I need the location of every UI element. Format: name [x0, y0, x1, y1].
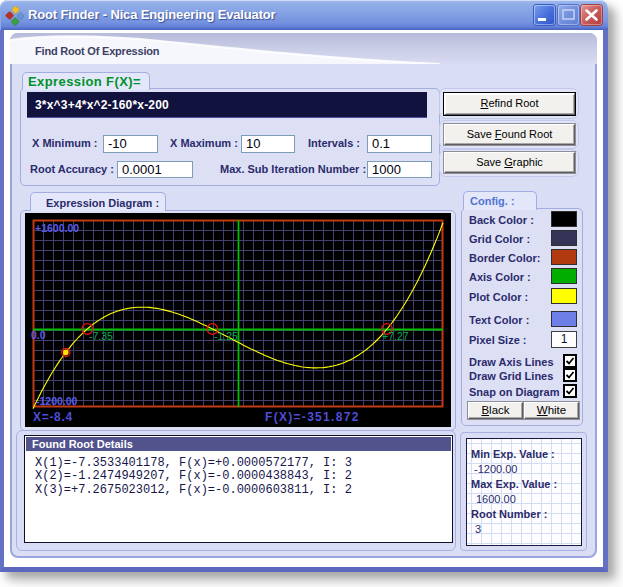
svg-text:X=-8.4: X=-8.4 [33, 410, 73, 424]
svg-text:-1.25: -1.25 [214, 330, 238, 342]
svg-text:F(X)=-351.872: F(X)=-351.872 [265, 410, 360, 424]
svg-text:+7.27: +7.27 [382, 330, 409, 342]
svg-text:0.0: 0.0 [31, 329, 46, 341]
svg-text:-7.35: -7.35 [89, 330, 113, 342]
svg-text:+1600.00: +1600.00 [35, 222, 79, 234]
svg-text:-1200.00: -1200.00 [36, 395, 78, 407]
